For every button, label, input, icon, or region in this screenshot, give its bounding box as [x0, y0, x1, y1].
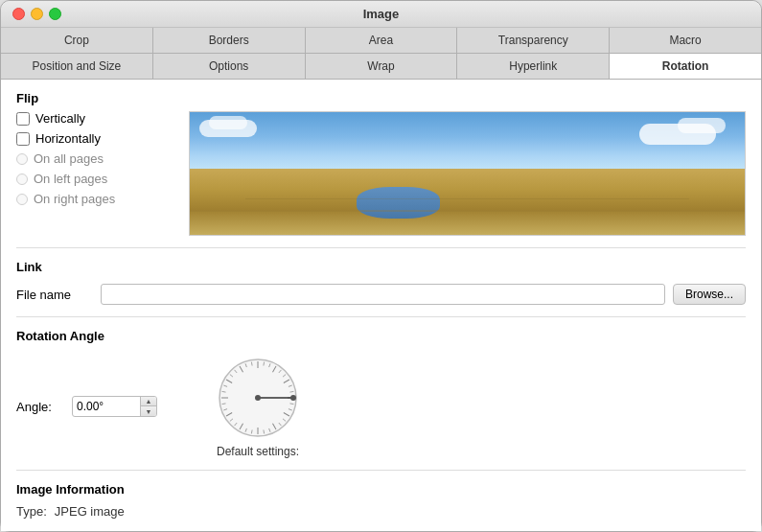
- file-name-row: File name Browse...: [16, 284, 746, 305]
- flip-section-title: Flip: [16, 91, 746, 105]
- on-left-pages-label: On left pages: [34, 172, 107, 186]
- divider-3: [16, 470, 746, 471]
- on-right-pages-row: On right pages: [16, 192, 170, 206]
- on-right-pages-radio: [16, 194, 28, 205]
- angle-decrement-button[interactable]: ▼: [141, 406, 156, 416]
- content-area: Flip Vertically Horizontally On all page…: [1, 80, 761, 531]
- tab-macro[interactable]: Macro: [610, 28, 761, 53]
- horizontally-label: Horizontally: [35, 131, 101, 146]
- svg-point-39: [290, 395, 296, 401]
- divider-1: [16, 247, 746, 248]
- cloud-4: [678, 118, 726, 133]
- file-name-input[interactable]: [101, 284, 665, 305]
- tab-position[interactable]: Position and Size: [1, 54, 153, 79]
- rotation-section-title: Rotation Angle: [16, 329, 746, 343]
- tabs-row-1: Crop Borders Area Transparency Macro: [1, 28, 761, 54]
- dial-container: Default settings:: [215, 355, 301, 458]
- tab-hyperlink[interactable]: Hyperlink: [457, 54, 610, 79]
- image-info-title: Image Information: [16, 482, 746, 497]
- flip-options: Vertically Horizontally On all pages On …: [16, 111, 170, 206]
- tab-borders[interactable]: Borders: [153, 28, 306, 53]
- rotation-row: Angle: ▲ ▼: [16, 355, 746, 458]
- svg-point-38: [255, 395, 261, 401]
- on-all-pages-label: On all pages: [34, 151, 104, 166]
- angle-input[interactable]: [73, 397, 140, 416]
- vertically-label: Vertically: [35, 111, 85, 126]
- image-river: [357, 187, 440, 219]
- browse-button[interactable]: Browse...: [673, 284, 746, 305]
- angle-row: Angle: ▲ ▼: [16, 396, 157, 417]
- image-type-key: Type:: [16, 504, 47, 519]
- tab-options[interactable]: Options: [153, 54, 306, 79]
- rotation-section: Rotation Angle Angle: ▲ ▼: [16, 329, 746, 458]
- angle-dial[interactable]: [215, 355, 301, 441]
- tab-wrap[interactable]: Wrap: [306, 54, 458, 79]
- maximize-button[interactable]: [49, 8, 61, 20]
- ground-line-1: [190, 210, 745, 212]
- flip-section: Flip Vertically Horizontally On all page…: [16, 91, 746, 236]
- ground-line-2: [245, 198, 689, 199]
- titlebar: Image: [1, 1, 761, 28]
- link-section-title: Link: [16, 260, 746, 274]
- file-name-label: File name: [16, 288, 93, 302]
- on-left-pages-row: On left pages: [16, 172, 170, 186]
- image-preview: [189, 111, 746, 236]
- angle-input-wrap: ▲ ▼: [72, 396, 157, 417]
- divider-2: [16, 316, 746, 317]
- tab-area[interactable]: Area: [306, 28, 458, 53]
- on-right-pages-label: On right pages: [34, 192, 115, 206]
- vertically-checkbox[interactable]: [16, 112, 30, 126]
- link-section: Link File name Browse...: [16, 260, 746, 305]
- on-all-pages-radio: [16, 153, 28, 165]
- vertically-row: Vertically: [16, 111, 170, 126]
- angle-increment-button[interactable]: ▲: [141, 397, 156, 406]
- minimize-button[interactable]: [31, 8, 43, 20]
- on-all-pages-row: On all pages: [16, 151, 170, 166]
- tab-crop[interactable]: Crop: [1, 28, 153, 53]
- image-ground: [190, 169, 745, 237]
- on-left-pages-radio: [16, 173, 28, 185]
- traffic-lights: [12, 8, 61, 20]
- image-info-section: Image Information Type: JPEG image: [16, 482, 746, 519]
- angle-spinners: ▲ ▼: [140, 397, 156, 416]
- horizontally-row: Horizontally: [16, 131, 170, 146]
- tabs-row-2: Position and Size Options Wrap Hyperlink…: [1, 54, 761, 80]
- window-title: Image: [363, 7, 400, 21]
- image-type-row: Type: JPEG image: [16, 504, 746, 519]
- angle-label: Angle:: [16, 400, 64, 414]
- dial-svg: [215, 355, 301, 441]
- main-window: Image Crop Borders Area Transparency Mac…: [0, 0, 762, 532]
- tab-rotation[interactable]: Rotation: [610, 54, 761, 79]
- cloud-2: [209, 116, 247, 129]
- close-button[interactable]: [12, 8, 25, 20]
- horizontally-checkbox[interactable]: [16, 132, 30, 146]
- image-preview-inner: [190, 112, 745, 236]
- default-settings-label: Default settings:: [217, 445, 299, 458]
- image-type-value: JPEG image: [55, 504, 125, 519]
- tab-transparency[interactable]: Transparency: [457, 28, 610, 53]
